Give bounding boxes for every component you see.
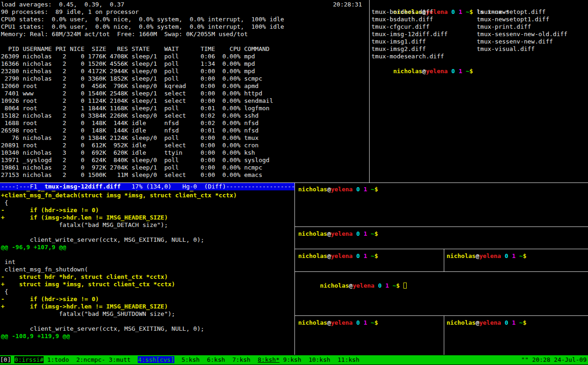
window-item-7-ksh[interactable]: 7:ksh (232, 356, 250, 363)
window-item-0-irssi[interactable]: 0:irssi# (14, 356, 44, 363)
emacs-modeline: ----:---F1 tmux-imsg-12diff.diff 17% (13… (0, 183, 294, 190)
diff-line: client_write_server(cctx, MSG_EXITING, N… (1, 325, 237, 333)
prompt-segment (389, 282, 393, 289)
process-row: 12060 root 2 0 456K 796K sleep/0 kqread … (1, 82, 273, 90)
pane-shell-a[interactable]: nicholas@yelena 0 1 ~$ (295, 183, 588, 227)
pane-shell-g[interactable]: nicholas@yelena 0 1 ~$ (444, 316, 588, 355)
window-item-6-ksh[interactable]: 6:ksh (207, 356, 225, 363)
prompt-segment (360, 230, 364, 237)
prompt-segment: 1 (459, 68, 462, 75)
prompt-segment: 1 (364, 186, 367, 193)
prompt-segment: yelena (331, 252, 352, 259)
process-row: 7401 www 2 0 1540K 2548K sleep/1 select … (1, 90, 273, 97)
prompt-segment (367, 230, 371, 237)
window-item-5-ksh[interactable]: 5:ksh (181, 356, 199, 363)
prompt-segment (360, 252, 364, 259)
process-row: 16366 nicholas 2 0 1520K 4556K sleep/1 p… (1, 60, 273, 68)
ls-output-line: tmux-imsg2.diff tmux-visual.diff (371, 45, 568, 53)
process-row: 76 nicholas 2 0 1384K 2124K sleep/0 poll… (1, 134, 273, 142)
prompt-segment: yelena (426, 68, 447, 75)
ls-output-line: tmux-imsg1.diff tmux-sessenv-new.diff (371, 38, 568, 45)
shell-prompt: nicholas@yelena 0 1 ~$ (320, 282, 400, 289)
status-segment (301, 356, 309, 363)
status-segment (225, 356, 232, 363)
prompt-segment: yelena (352, 282, 374, 289)
prompt-segment: nicholas (447, 319, 476, 326)
window-item-4-ssh[interactable]: 4:ssh[cvs] (138, 356, 174, 363)
prompt-segment: nicholas (298, 230, 327, 237)
diff-line: client_write_server(cctx, MSG_EXITING, N… (1, 236, 237, 244)
prompt-segment: $ (469, 68, 473, 75)
process-row: 15182 nicholas 2 0 3384K 2260K sleep/0 s… (1, 112, 273, 120)
emacs-minibuffer (0, 348, 294, 355)
prompt-segment (516, 252, 519, 259)
prompt-segment: nicholas (320, 282, 349, 289)
prompt-segment: 0 (356, 252, 360, 259)
top-summary-line: CPU1 states: 0.0% user, 0.0% nice, 0.0% … (1, 23, 284, 31)
diff-line: + struct imsg *imsg, struct client_ctx *… (1, 281, 237, 288)
shell-prompt: nicholas@yelena 0 1 ~$ (298, 230, 378, 238)
diff-line: +client_msg_fn_detach(struct imsg *imsg,… (1, 192, 237, 199)
process-row: 1688 root 2 0 148K 144K idle nfsd 0:02 0… (1, 120, 273, 127)
diff-line (1, 251, 237, 258)
prompt-segment: nicholas (393, 68, 422, 75)
prompt-segment: $ (523, 319, 526, 326)
shell-prompt: nicholas@yelena 0 1 ~$ (393, 68, 473, 75)
process-row: 10340 nicholas 3 0 692K 620K idle ttyin … (1, 149, 273, 157)
diff-line: @@ -108,9 +119,9 @@ (1, 333, 237, 340)
prompt-segment (462, 68, 466, 75)
pane-shell-d[interactable]: nicholas@yelena 0 1 ~$ (444, 249, 588, 271)
window-item-9-ksh[interactable]: 9:ksh (283, 356, 301, 363)
window-item-3-mutt[interactable]: 3:mutt (109, 356, 131, 363)
diff-line: { (1, 288, 237, 296)
process-row: 27153 nicholas 2 0 1500K 11M sleep/0 sel… (1, 171, 273, 179)
window-item-2-ncmpc[interactable]: 2:ncmpc- (76, 356, 105, 363)
status-segment (330, 356, 338, 363)
prompt-segment: $ (374, 186, 378, 193)
top-clock: 20:28:31 (333, 1, 362, 8)
window-item-11-ksh[interactable]: 11:ksh (338, 356, 359, 363)
prompt-segment (367, 252, 371, 259)
window-item-10-ksh[interactable]: 10:ksh (308, 356, 330, 363)
pane-emacs[interactable]: -client_msg_fn_detach(struct hdr *hdr, s… (0, 183, 294, 355)
modeline-segment: tmux-imsg-12diff.diff (45, 183, 121, 190)
prompt-segment: 0 (451, 68, 455, 75)
pane-shell-ls[interactable]: nicholas@yelena 0 1 ~$ ls tmux-* tmux-bo… (370, 0, 588, 182)
shell-prompt: nicholas@yelena 0 1 ~$ (298, 319, 378, 327)
diff-line: + if (imsg->hdr.len != IMSG_HEADER_SIZE) (1, 214, 237, 221)
diff-line: - if (hdr->size != 0) (1, 207, 237, 214)
status-segment (250, 356, 258, 363)
prompt-segment: 0 (356, 230, 360, 237)
prompt-segment (455, 68, 459, 75)
process-row: 20891 root 2 0 612K 952K idle select 0:0… (1, 142, 273, 149)
window-item-1-todo[interactable]: 1:todo (47, 356, 69, 363)
tmux-screen: load averages: 0.45, 0.39, 0.3790 proces… (0, 0, 588, 365)
window-item-8-ksh-current[interactable]: 8:ksh* (258, 356, 280, 363)
prompt-segment: yelena (331, 319, 352, 326)
shell-prompt: nicholas@yelena 0 1 ~$ (298, 186, 378, 193)
terminal-cursor (403, 283, 407, 289)
process-row: 26598 root 2 0 148K 144K idle nfsd 0:01 … (1, 127, 273, 134)
pane-shell-e-active[interactable]: nicholas@yelena 0 1 ~$ (295, 272, 588, 315)
prompt-segment: 0 (356, 186, 360, 193)
diff-line: - if (hdr->size != 0) (1, 296, 237, 303)
pane-border-vertical-top (369, 0, 370, 182)
status-segment (131, 356, 138, 363)
status-segment (200, 356, 207, 363)
session-indicator: [0] (0, 356, 11, 363)
ls-output-line: tmux-cfgcur.diff tmux-print.diff (371, 23, 568, 31)
prompt-segment: nicholas (298, 319, 327, 326)
pane-shell-c[interactable]: nicholas@yelena 0 1 ~$ (295, 249, 444, 271)
pane-top-command[interactable]: load averages: 0.45, 0.39, 0.3790 proces… (0, 0, 369, 182)
prompt-segment: nicholas (447, 252, 476, 259)
diff-line (1, 229, 237, 236)
prompt-segment (508, 252, 512, 259)
process-row: 10926 root 2 0 1124K 2104K sleep/1 selec… (1, 97, 273, 105)
modeline-segment: ----:---F1 (1, 183, 45, 190)
prompt-segment: 0 (505, 252, 508, 259)
prompt-segment: $ (523, 252, 526, 259)
status-clock-date: "" 20:28 24-Jul-09 (521, 355, 588, 365)
pane-shell-b[interactable]: nicholas@yelena 0 1 ~$ (295, 227, 588, 249)
process-row: 2790 nicholas 2 0 3360K 1852K sleep/1 po… (1, 75, 273, 82)
pane-shell-f[interactable]: nicholas@yelena 0 1 ~$ (295, 316, 444, 355)
